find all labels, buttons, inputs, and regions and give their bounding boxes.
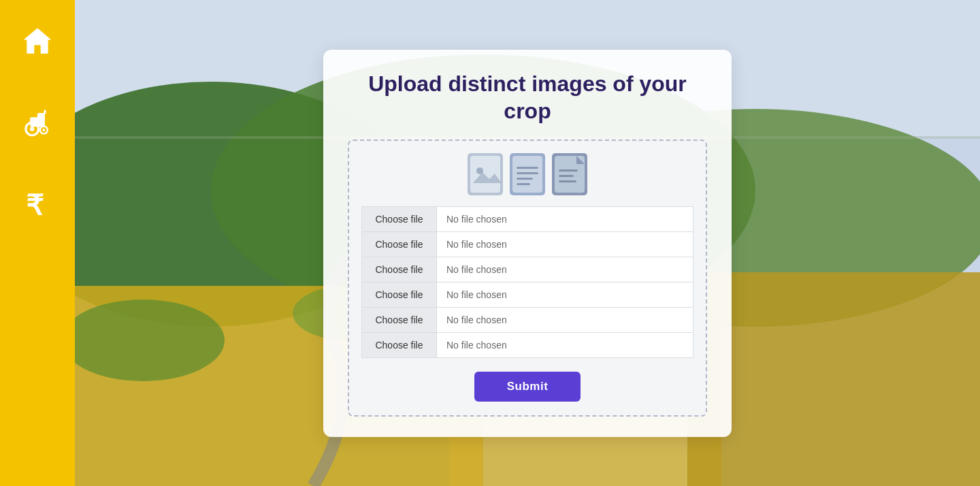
upload-card: Upload distinct images of your crop bbox=[323, 50, 732, 437]
svg-rect-34 bbox=[559, 180, 576, 182]
choose-file-button-3[interactable]: Choose file bbox=[362, 257, 437, 282]
file-row: Choose fileNo file chosen bbox=[361, 231, 693, 257]
file-row: Choose fileNo file chosen bbox=[361, 206, 693, 231]
choose-file-button-2[interactable]: Choose file bbox=[362, 232, 437, 257]
svg-point-6 bbox=[42, 129, 45, 131]
choose-file-button-4[interactable]: Choose file bbox=[362, 282, 437, 307]
svg-point-4 bbox=[30, 127, 34, 131]
file-row: Choose fileNo file chosen bbox=[361, 257, 693, 282]
file-icons bbox=[468, 153, 587, 195]
svg-text:₹: ₹ bbox=[26, 190, 44, 221]
submit-button[interactable]: Submit bbox=[474, 372, 581, 402]
choose-file-button-5[interactable]: Choose file bbox=[362, 308, 437, 332]
background: Upload distinct images of your crop bbox=[75, 0, 980, 486]
file-status-1: No file chosen bbox=[437, 207, 693, 231]
text-file-icon bbox=[510, 153, 545, 195]
svg-rect-25 bbox=[517, 167, 538, 169]
home-icon[interactable] bbox=[17, 20, 58, 61]
svg-rect-33 bbox=[559, 175, 574, 177]
file-status-5: No file chosen bbox=[437, 308, 693, 332]
svg-rect-2 bbox=[44, 110, 46, 114]
sidebar: ₹ bbox=[0, 0, 75, 486]
svg-rect-26 bbox=[517, 172, 538, 174]
svg-rect-28 bbox=[517, 183, 530, 185]
svg-rect-27 bbox=[517, 178, 533, 180]
file-row: Choose fileNo file chosen bbox=[361, 282, 693, 307]
svg-rect-1 bbox=[37, 113, 45, 119]
file-status-2: No file chosen bbox=[437, 232, 693, 257]
file-status-4: No file chosen bbox=[437, 282, 693, 307]
choose-file-button-1[interactable]: Choose file bbox=[362, 207, 437, 231]
choose-file-button-6[interactable]: Choose file bbox=[362, 333, 437, 357]
svg-rect-20 bbox=[470, 156, 500, 193]
upload-zone: Choose fileNo file chosenChoose fileNo f… bbox=[348, 140, 707, 417]
file-status-3: No file chosen bbox=[437, 257, 693, 282]
pdf-file-icon bbox=[552, 153, 587, 195]
rupee-icon[interactable]: ₹ bbox=[17, 184, 58, 225]
tractor-icon[interactable] bbox=[17, 102, 58, 143]
file-inputs-list: Choose fileNo file chosenChoose fileNo f… bbox=[361, 206, 693, 358]
file-row: Choose fileNo file chosen bbox=[361, 307, 693, 332]
image-file-icon bbox=[468, 153, 503, 195]
file-status-6: No file chosen bbox=[437, 333, 693, 357]
page-title: Upload distinct images of your crop bbox=[348, 70, 707, 125]
file-row: Choose fileNo file chosen bbox=[361, 332, 693, 358]
svg-rect-32 bbox=[559, 169, 578, 172]
